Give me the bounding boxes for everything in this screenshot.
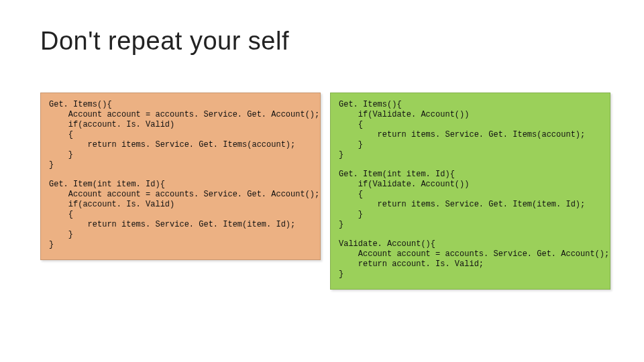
code-block-get-items-after: Get. Items(){ if(Validate. Account()) { … <box>339 100 602 160</box>
code-block-get-item-before: Get. Item(int item. Id){ Account account… <box>49 180 312 250</box>
code-columns: Get. Items(){ Account account = accounts… <box>40 93 610 290</box>
slide-title: Don't repeat your self <box>40 27 610 56</box>
code-box-after: Get. Items(){ if(Validate. Account()) { … <box>330 93 610 290</box>
code-block-validate-account: Validate. Account(){ Account account = a… <box>339 239 602 280</box>
code-box-before: Get. Items(){ Account account = accounts… <box>40 93 321 260</box>
code-block-get-items-before: Get. Items(){ Account account = accounts… <box>49 100 312 170</box>
slide: Don't repeat your self Get. Items(){ Acc… <box>0 0 644 362</box>
code-block-get-item-after: Get. Item(int item. Id){ if(Validate. Ac… <box>339 170 602 230</box>
